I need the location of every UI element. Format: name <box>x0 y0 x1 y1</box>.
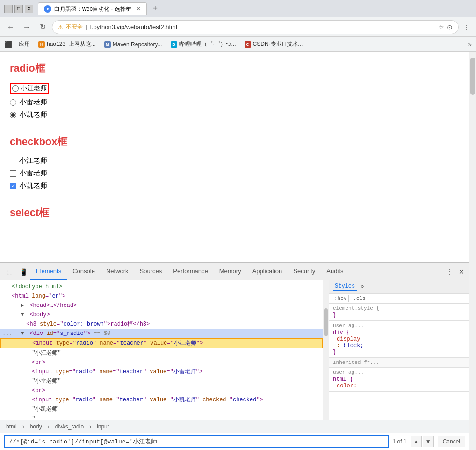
close-button[interactable]: ✕ <box>25 5 33 13</box>
page-scrollbar[interactable] <box>469 52 476 450</box>
tab-console[interactable]: Console <box>67 263 101 280</box>
radio-kai-input[interactable] <box>10 112 16 118</box>
checkbox-option-jiang: 小江老师 <box>10 156 460 165</box>
checkbox-jiang-input[interactable] <box>10 158 16 164</box>
checkbox-kai-input[interactable]: ✓ <box>10 183 16 189</box>
refresh-button[interactable]: ↻ <box>36 21 49 34</box>
styles-tabs: Styles » <box>333 282 364 291</box>
radio-kai-label: 小凯老师 <box>19 110 47 119</box>
bookmark-csdn[interactable]: C CSDN-专业IT技术... <box>241 39 307 49</box>
input-jiang-tag: <input type="radio" name="teacher" value… <box>32 340 203 347</box>
html-line-input-kai[interactable]: <input type="radio" name="teacher" value… <box>0 395 323 405</box>
tab-security[interactable]: Security <box>288 263 321 280</box>
devtools-scrollbar[interactable] <box>323 280 329 420</box>
page-scrollbar-thumb[interactable] <box>470 58 475 95</box>
search-nav: ▲ ▼ <box>411 436 434 447</box>
styles-header: Styles » <box>329 280 469 294</box>
bookmark-bilibili[interactable]: B 哔哩哔哩（゜-゜）つ... <box>167 39 240 49</box>
tab-performance[interactable]: Performance <box>167 263 213 280</box>
tab-elements[interactable]: Elements <box>30 263 67 280</box>
user-agent-html-label: user ag... <box>333 370 465 375</box>
radio-option-jiang-highlighted: 小江老师 <box>10 83 49 94</box>
ellipsis-dots: ... <box>2 329 13 338</box>
bookmark-maven[interactable]: M Maven Repository... <box>101 40 166 49</box>
url-separator: | <box>86 23 87 30</box>
devtools-close-button[interactable]: ✕ <box>456 266 467 277</box>
html-line-doctype: <!doctype html> <box>0 282 323 291</box>
radio-lei-input[interactable] <box>10 99 16 106</box>
devtools-scrollbar-thumb[interactable] <box>324 308 328 336</box>
tab-memory[interactable]: Memory <box>214 263 247 280</box>
html-line-text-jiang: "小江老师" <box>0 348 323 358</box>
user-agent-div-label: user ag... <box>333 323 465 328</box>
html-line-h3[interactable]: <h3 style="color: brown">radio框</h3> <box>0 319 323 329</box>
search-cancel-button[interactable]: Cancel <box>438 436 465 447</box>
head-collapse[interactable]: ▶ <box>21 301 26 310</box>
radio-jiang-input[interactable] <box>12 85 19 92</box>
maximize-button[interactable]: □ <box>14 5 23 13</box>
profile-icon[interactable]: ⊙ <box>447 23 453 31</box>
head-tag: <head>…</head> <box>29 302 77 309</box>
bookmark-maven-label: Maven Repository... <box>113 41 162 48</box>
more-bookmarks-button[interactable]: » <box>468 40 472 49</box>
html-line-br1[interactable]: <br> <box>0 358 323 367</box>
body-tag: <body> <box>29 312 50 318</box>
element-style-section: element.style { } <box>329 304 469 321</box>
tab-application[interactable]: Application <box>247 263 288 280</box>
html-line-body[interactable]: ▼ <body> <box>0 310 323 319</box>
hao123-icon: H <box>38 41 45 48</box>
star-icon[interactable]: ☆ <box>438 23 444 31</box>
html-line-input-lei[interactable]: <input type="radio" name="teacher" value… <box>0 367 323 377</box>
url-icons: ☆ ⊙ <box>438 23 453 31</box>
html-line-div-radio[interactable]: ... ▼ <div id="s_radio"> == $0 <box>0 329 323 338</box>
styles-tab-styles[interactable]: Styles <box>333 282 357 291</box>
html-line-head[interactable]: ▶ <head>…</head> <box>0 301 323 310</box>
bookmark-apps[interactable]: 应用 <box>15 39 34 49</box>
tab-network[interactable]: Network <box>101 263 134 280</box>
div-rule-close: } <box>333 349 465 356</box>
bookmark-hao123-label: hao123_上网从这... <box>47 40 96 48</box>
devtools-mobile-icon[interactable]: 📱 <box>16 265 30 279</box>
inherited-header: Inherited fr... <box>329 358 469 368</box>
styles-filter: :hov .cls <box>329 294 469 304</box>
display-name: display <box>337 336 360 342</box>
search-input[interactable] <box>4 435 389 448</box>
new-tab-button[interactable]: + <box>149 2 162 15</box>
browser-menu-button[interactable]: ⋮ <box>462 22 472 33</box>
html-line-input-jiang[interactable]: <input type="radio" name="teacher" value… <box>0 338 323 348</box>
cls-filter[interactable]: .cls <box>351 295 368 302</box>
tab-sources[interactable]: Sources <box>134 263 168 280</box>
body-collapse[interactable]: ▼ <box>21 311 26 319</box>
devtools-more-button[interactable]: ⋮ <box>444 266 456 277</box>
elements-panel: <!doctype html> <html lang="en"> ▶ <head… <box>0 280 323 420</box>
styles-more-button[interactable]: » <box>361 283 364 290</box>
breadcrumb-input[interactable]: input <box>95 423 111 430</box>
forward-button[interactable]: → <box>20 21 33 34</box>
html-tag: <html lang="en"> <box>12 293 65 299</box>
breadcrumb-div[interactable]: div#s_radio <box>53 423 86 430</box>
apps-icon[interactable]: ⬛ <box>4 41 12 48</box>
back-button[interactable]: ← <box>4 21 17 34</box>
hov-filter[interactable]: :hov <box>332 295 349 302</box>
tab-audits[interactable]: Audits <box>321 263 349 280</box>
active-tab[interactable]: ● 白月黑羽：web自动化 - 选择框 ✕ <box>38 2 147 15</box>
bookmark-apps-label: 应用 <box>19 40 30 48</box>
search-prev-button[interactable]: ▲ <box>411 436 422 447</box>
bookmark-hao123[interactable]: H hao123_上网从这... <box>35 39 100 49</box>
checkbox-lei-input[interactable] <box>10 170 16 177</box>
user-agent-div-section: user ag... div { display : block; } <box>329 321 469 358</box>
div-tag: <div id="s_radio"> <box>29 330 90 337</box>
styles-panel: Styles » :hov .cls element.style { } <box>329 280 469 420</box>
html-line-br2[interactable]: <br> <box>0 386 323 395</box>
breadcrumb-html[interactable]: html <box>4 423 19 430</box>
search-next-button[interactable]: ▼ <box>423 436 434 447</box>
minimize-button[interactable]: — <box>4 5 13 13</box>
tab-title: 白月黑羽：web自动化 - 选择框 <box>54 5 131 13</box>
csdn-icon: C <box>245 41 251 48</box>
devtools-select-icon[interactable]: ⬚ <box>2 265 16 279</box>
div-collapse[interactable]: ▼ <box>21 329 26 338</box>
url-bar[interactable]: ⚠ 不安全 | f.python3.vip/webauto/test2.html… <box>52 20 459 34</box>
html-line-html[interactable]: <html lang="en"> <box>0 291 323 301</box>
breadcrumb-body[interactable]: body <box>28 423 44 430</box>
tab-close-button[interactable]: ✕ <box>136 6 141 12</box>
